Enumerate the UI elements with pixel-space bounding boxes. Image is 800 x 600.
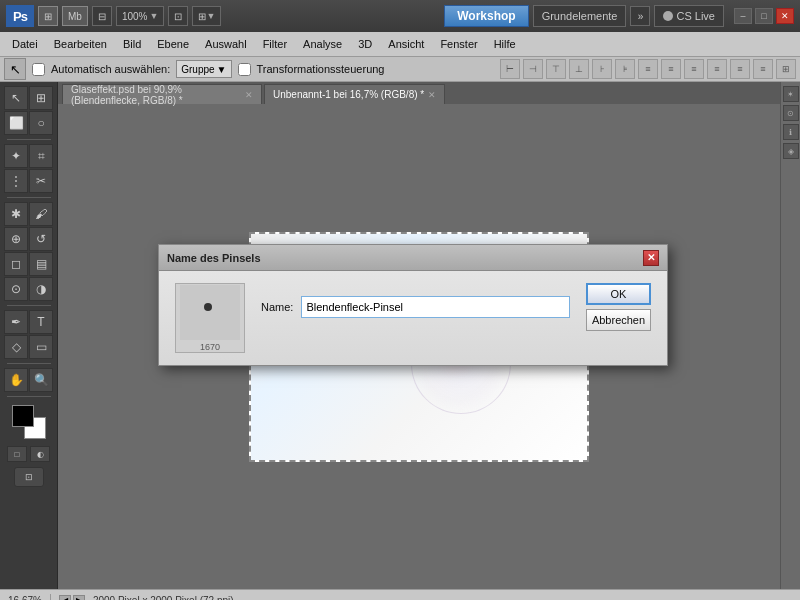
mode-icons: □ ◐ — [7, 446, 50, 462]
toolbar: ↖ ⊞ ⬜ ○ ✦ ⌗ ⋮ ✂ ✱ 🖌 ⊕ ↺ ◻ ▤ ⊙ — [0, 82, 58, 589]
crop-tool[interactable]: ⌗ — [29, 144, 53, 168]
right-panel-btn-3[interactable]: ℹ — [783, 124, 799, 140]
workspace-button[interactable]: Workshop — [444, 5, 528, 27]
tool-row-8: ⊙ ◑ — [4, 277, 53, 301]
transform-checkbox[interactable] — [238, 63, 251, 76]
auto-select-checkbox[interactable] — [32, 63, 45, 76]
shape-tool[interactable]: ▭ — [29, 335, 53, 359]
tab-glaseffekt-close[interactable]: ✕ — [245, 90, 253, 100]
text-tool[interactable]: T — [29, 310, 53, 334]
menu-analyse[interactable]: Analyse — [295, 36, 350, 52]
menu-bild[interactable]: Bild — [115, 36, 149, 52]
gradient-tool[interactable]: ▤ — [29, 252, 53, 276]
ruler-tool[interactable]: ✂ — [29, 169, 53, 193]
arrange-icon: ⊞ — [198, 11, 206, 22]
img-arrange-btn[interactable]: ⊟ — [92, 6, 112, 26]
align-right-btn[interactable]: ⊤ — [546, 59, 566, 79]
align-center-v-btn[interactable]: ⊦ — [592, 59, 612, 79]
auto-select-dropdown[interactable]: Gruppe ▼ — [176, 60, 231, 78]
brush-tool[interactable]: 🖌 — [29, 202, 53, 226]
eyedropper-tool[interactable]: ⋮ — [4, 169, 28, 193]
zoom-tool[interactable]: 🔍 — [29, 368, 53, 392]
dialog-title-bar: Name des Pinsels ✕ — [159, 245, 667, 271]
maximize-button[interactable]: □ — [755, 8, 773, 24]
ok-button[interactable]: OK — [586, 283, 651, 305]
right-panel-btn-2[interactable]: ⊙ — [783, 105, 799, 121]
clone-tool[interactable]: ⊕ — [4, 227, 28, 251]
distribute-3-btn[interactable]: ≡ — [684, 59, 704, 79]
eraser-tool[interactable]: ◻ — [4, 252, 28, 276]
tool-row-6: ⊕ ↺ — [4, 227, 53, 251]
tab-glaseffekt-label: Glaseffekt.psd bei 90,9% (Blendenflecke,… — [71, 84, 241, 106]
tool-row-11: ✋ 🔍 — [4, 368, 53, 392]
tool-row-7: ◻ ▤ — [4, 252, 53, 276]
move-tool[interactable]: ↖ — [4, 86, 28, 110]
right-panel-btn-1[interactable]: ✶ — [783, 86, 799, 102]
menu-bearbeiten[interactable]: Bearbeiten — [46, 36, 115, 52]
spot-heal-tool[interactable]: ✱ — [4, 202, 28, 226]
status-nav: ◀ ▶ — [59, 595, 85, 601]
close-button[interactable]: ✕ — [776, 8, 794, 24]
right-panel-btn-4[interactable]: ◈ — [783, 143, 799, 159]
distribute-2-btn[interactable]: ≡ — [661, 59, 681, 79]
menu-3d[interactable]: 3D — [350, 36, 380, 52]
auto-select-value: Gruppe — [181, 64, 214, 75]
screen-mode[interactable]: ⊡ — [14, 467, 44, 487]
arrange-btn[interactable]: ⊞ ▼ — [192, 6, 221, 26]
hand-tool[interactable]: ✋ — [4, 368, 28, 392]
cslive-button[interactable]: CS Live — [654, 5, 724, 27]
standard-mode[interactable]: □ — [7, 446, 27, 462]
foreground-color[interactable] — [12, 405, 34, 427]
brush-name-input[interactable] — [301, 296, 570, 318]
options-bar: ↖ Automatisch auswählen: Gruppe ▼ Transf… — [0, 56, 800, 82]
align-bottom-btn[interactable]: ⊧ — [615, 59, 635, 79]
menu-datei[interactable]: Datei — [4, 36, 46, 52]
marquee-tool[interactable]: ⬜ — [4, 111, 28, 135]
more-workspaces-button[interactable]: » — [630, 6, 650, 26]
pen-tool[interactable]: ✒ — [4, 310, 28, 334]
dodge-tool[interactable]: ◑ — [29, 277, 53, 301]
screen-mode-btn[interactable]: ⊡ — [168, 6, 188, 26]
tab-unbenannt[interactable]: Unbenannt-1 bei 16,7% (RGB/8) * ✕ — [264, 84, 445, 104]
tool-divider-4 — [7, 363, 51, 364]
path-tool[interactable]: ◇ — [4, 335, 28, 359]
distribute-6-btn[interactable]: ≡ — [753, 59, 773, 79]
dialog-close-button[interactable]: ✕ — [643, 250, 659, 266]
auto-align-btn[interactable]: ⊞ — [776, 59, 796, 79]
tab-unbenannt-close[interactable]: ✕ — [428, 90, 436, 100]
menu-hilfe[interactable]: Hilfe — [486, 36, 524, 52]
menu-ansicht[interactable]: Ansicht — [380, 36, 432, 52]
name-label: Name: — [261, 301, 293, 313]
zoom-level: 100% — [122, 11, 148, 22]
tool-divider-5 — [7, 396, 51, 397]
name-dialog: Name des Pinsels ✕ 1670 Name: — [158, 244, 668, 366]
menu-ebene[interactable]: Ebene — [149, 36, 197, 52]
status-nav-prev[interactable]: ◀ — [59, 595, 71, 601]
wand-tool[interactable]: ✦ — [4, 144, 28, 168]
tool-options-icon[interactable]: ↖ — [4, 58, 26, 80]
history-tool[interactable]: ↺ — [29, 227, 53, 251]
distribute-4-btn[interactable]: ≡ — [707, 59, 727, 79]
distribute-1-btn[interactable]: ≡ — [638, 59, 658, 79]
mode-btn-2[interactable]: Mb — [62, 6, 88, 26]
artboard-tool[interactable]: ⊞ — [29, 86, 53, 110]
blur-tool[interactable]: ⊙ — [4, 277, 28, 301]
cancel-button[interactable]: Abbrechen — [586, 309, 651, 331]
distribute-5-btn[interactable]: ≡ — [730, 59, 750, 79]
right-panel: ✶ ⊙ ℹ ◈ — [780, 82, 800, 589]
status-nav-next[interactable]: ▶ — [73, 595, 85, 601]
align-top-btn[interactable]: ⊥ — [569, 59, 589, 79]
quick-mask-mode[interactable]: ◐ — [30, 446, 50, 462]
align-center-h-btn[interactable]: ⊣ — [523, 59, 543, 79]
menu-auswahl[interactable]: Auswahl — [197, 36, 255, 52]
dialog-title-text: Name des Pinsels — [167, 252, 643, 264]
minimize-button[interactable]: – — [734, 8, 752, 24]
menu-fenster[interactable]: Fenster — [432, 36, 485, 52]
align-left-btn[interactable]: ⊢ — [500, 59, 520, 79]
mode-btn-1[interactable]: ⊞ — [38, 6, 58, 26]
tab-glaseffekt[interactable]: Glaseffekt.psd bei 90,9% (Blendenflecke,… — [62, 84, 262, 104]
lasso-tool[interactable]: ○ — [29, 111, 53, 135]
grundelemente-button[interactable]: Grundelemente — [533, 5, 627, 27]
menu-filter[interactable]: Filter — [255, 36, 295, 52]
fg-bg-colors[interactable] — [12, 405, 46, 439]
